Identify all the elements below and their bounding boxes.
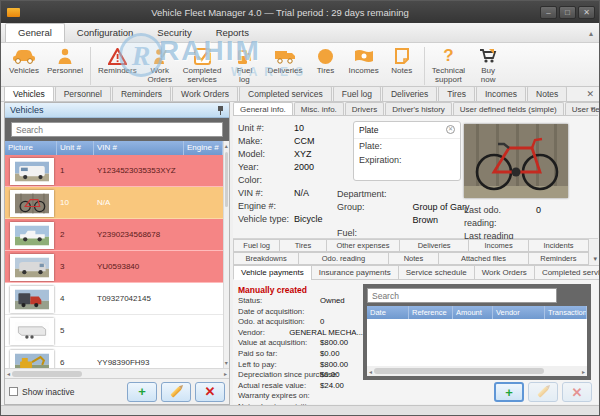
tab-user-fields-simple[interactable]: User defined fields (simple) [453,102,564,115]
delivery-truck-icon [267,46,302,66]
subtab-attached-files[interactable]: Attached files [438,252,529,265]
vehicle-photo [464,124,568,198]
tab-tires[interactable]: Tires [438,86,475,101]
subtab-reminders[interactable]: Reminders [528,252,589,265]
column-reference[interactable]: Reference [409,306,453,319]
minimize-button[interactable]: – [540,6,557,19]
vehicle-row[interactable]: 4 T09327042145 [5,283,223,315]
subtab-completed-services[interactable]: Completed services [534,265,600,280]
tab-deliveries[interactable]: Deliveries [382,86,437,101]
delete-payment-button[interactable]: ✕ [562,382,592,402]
subtab-notes[interactable]: Notes [388,252,439,265]
collapse-circle-icon[interactable]: ✕ [446,125,455,134]
menu-general[interactable]: General [5,23,65,42]
edit-vehicle-button[interactable] [161,382,191,402]
vehicle-thumbnail-van [10,254,54,281]
column-vendor[interactable]: Vendor [493,306,545,319]
show-inactive-checkbox[interactable] [9,387,18,396]
tab-reminders[interactable]: Reminders [112,86,171,101]
tab-work-orders[interactable]: Work Orders [172,86,238,101]
vehicle-row[interactable]: 3 YU0593840 [5,251,223,283]
vehicle-row[interactable]: 2 Y2390234568678 [5,219,223,251]
subtab-fuel-log[interactable]: Fuel log [233,239,280,252]
chevron-down-icon[interactable]: ▾ [590,105,594,113]
payments-search-input[interactable] [367,288,557,303]
menu-reports[interactable]: Reports [204,24,261,42]
tab-drivers-history[interactable]: Driver's history [385,102,452,115]
subtab-other-expenses[interactable]: Other expenses [326,239,401,252]
subtab-breakdowns[interactable]: Breakdowns [233,252,299,265]
ribbon-collapse-icon[interactable]: ▴ [589,29,593,38]
scroll-down-icon[interactable]: ▾ [224,358,229,368]
plate-group-box: Plate ✕ Plate: Expiration: [353,121,461,181]
subtab-overflow-icon[interactable]: ▾ [593,255,597,263]
ribbon-technical-support-button[interactable]: ? Technical support [428,45,469,85]
vehicle-thumbnail-rv [10,158,54,185]
delete-vehicle-button[interactable]: ✕ [195,382,225,402]
tab-personnel[interactable]: Personnel [55,86,111,101]
edit-payment-button[interactable] [528,382,558,402]
ribbon-buy-now-button[interactable]: Buy now [469,45,507,85]
tab-vehicles[interactable]: Vehicles [4,86,54,101]
subtab-tires[interactable]: Tires [279,239,326,252]
tab-completed-services[interactable]: Completed services [239,86,332,101]
vehicles-vertical-scrollbar[interactable]: ▴ ▾ [223,141,229,368]
column-picture[interactable]: Picture [5,141,57,155]
subtab-incidents[interactable]: Incidents [528,239,589,252]
add-payment-button[interactable]: + [494,382,524,402]
add-vehicle-button[interactable]: + [127,382,157,402]
tab-user-fields-date[interactable]: User defined fields (with date) [565,102,600,115]
vehicle-row[interactable]: 5 [5,315,223,347]
ribbon: Vehicles Personnel Reminders Work Orders [1,43,599,87]
tab-notes[interactable]: Notes [527,86,567,101]
ribbon-deliveries-button[interactable]: Deliveries [263,45,306,76]
vehicles-horizontal-scrollbar[interactable]: ◂ ▸ [5,368,229,378]
tab-incomes[interactable]: Incomes [476,86,526,101]
subtab-service-schedule[interactable]: Service schedule [398,265,475,280]
ribbon-vehicles-button[interactable]: Vehicles [5,45,43,76]
ribbon-reminders-button[interactable]: Reminders [94,45,141,76]
column-date[interactable]: Date [367,306,409,319]
column-transaction-created[interactable]: Transaction created [545,306,587,319]
vehicle-payments-section: Manually created Status:Owned Date of ac… [233,280,598,404]
person-icon [47,46,83,66]
subtab-insurance-payments[interactable]: Insurance payments [311,265,399,280]
vehicle-row-selected[interactable]: 10 N/A [5,187,223,219]
subtab-deliveries[interactable]: Deliveries [399,239,469,252]
tab-fuel-log[interactable]: Fuel log [333,86,381,101]
vehicle-thumbnail-pickup [10,222,54,249]
column-unit[interactable]: Unit # [57,141,94,155]
tab-close-icon[interactable]: ✕ [586,89,594,99]
detail-tab-strip: General info. Misc. info. Drivers Driver… [233,102,598,116]
ribbon-notes-button[interactable]: Notes [383,45,421,76]
subtab-odo-reading[interactable]: Odo. reading [298,252,389,265]
maximize-button[interactable]: □ [559,6,576,19]
subtab-incomes[interactable]: Incomes [468,239,529,252]
subtab-work-orders[interactable]: Work Orders [474,265,535,280]
subtab-vehicle-payments[interactable]: Vehicle payments [233,265,312,280]
pin-icon[interactable] [217,106,224,115]
payments-horizontal-scrollbar[interactable]: ◂ ▸ [367,366,587,376]
scroll-up-icon[interactable]: ▴ [224,141,229,151]
vehicle-row[interactable]: 1 Y1234523035353XYZ [5,155,223,187]
ribbon-work-orders-button[interactable]: Work Orders [141,45,179,85]
tab-misc-info[interactable]: Misc. info. [294,102,344,115]
column-engine[interactable]: Engine # [184,141,223,155]
ribbon-incomes-button[interactable]: Incomes [345,45,383,76]
status-value: Owned [320,296,345,307]
menu-security[interactable]: Security [145,24,203,42]
column-vin[interactable]: VIN # [94,141,184,155]
ribbon-fuel-log-button[interactable]: Fuel log [225,45,263,85]
vehicle-row[interactable]: 6 YY98390FH93 [5,347,223,368]
close-button[interactable]: ✕ [578,6,595,19]
menu-configuration[interactable]: Configuration [65,24,146,42]
ribbon-personnel-button[interactable]: Personnel [43,45,87,76]
vehicles-search-input[interactable] [11,122,223,137]
ribbon-completed-services-button[interactable]: Completed services [179,45,226,85]
ribbon-tires-button[interactable]: Tires [307,45,345,76]
tab-drivers[interactable]: Drivers [345,102,384,115]
column-amount[interactable]: Amount [453,306,493,319]
vehicles-panel-footer: Show inactive + ✕ [5,378,229,404]
pencil-icon [170,386,181,397]
tab-general-info[interactable]: General info. [233,102,293,115]
